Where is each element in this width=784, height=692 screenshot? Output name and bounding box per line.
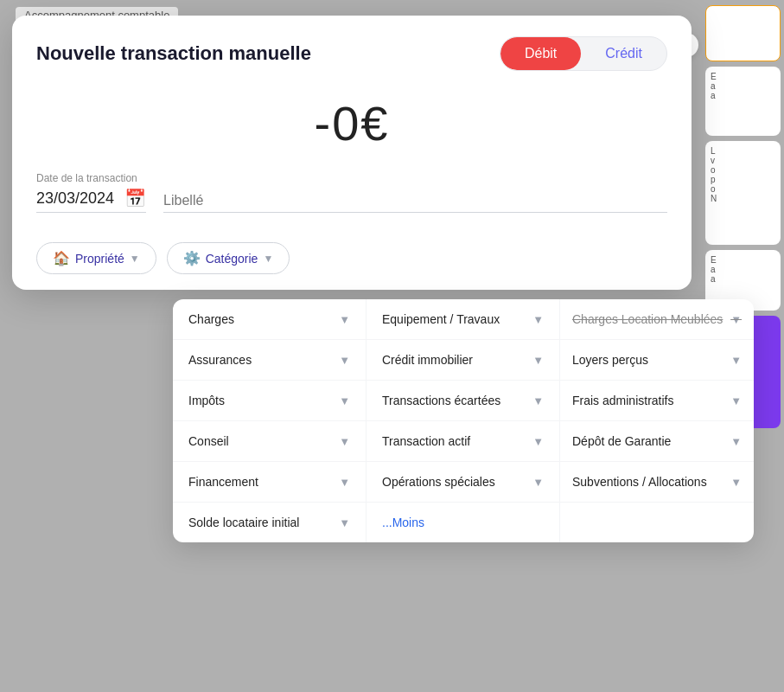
cat-col-3: Charges Location Meublées ▼ Loyers perçu…: [560, 299, 754, 542]
credit-button[interactable]: Crédit: [581, 37, 666, 70]
list-item[interactable]: Solde locataire initial ▼: [173, 503, 366, 542]
categorie-filter-button[interactable]: ⚙️ Catégorie ▼: [167, 242, 290, 274]
right-card-2: Eaa: [705, 67, 781, 136]
chevron-icon: ▼: [339, 435, 350, 448]
list-item[interactable]: Loyers perçus ▼: [560, 340, 754, 381]
list-item[interactable]: Subventions / Allocations ▼: [560, 462, 754, 503]
filter-row: 🏠 Propriété ▼ ⚙️ Catégorie ▼: [12, 230, 692, 290]
right-card-3: LvopoN: [705, 141, 781, 245]
chevron-icon: ▼: [532, 435, 544, 448]
categorie-label: Catégorie: [206, 252, 258, 266]
cat-grid: Charges ▼ Assurances ▼ Impôts ▼ Conseil …: [173, 299, 754, 542]
chevron-icon: ▼: [339, 516, 350, 529]
category-icon: ⚙️: [183, 250, 201, 266]
libelle-input[interactable]: [163, 189, 667, 213]
libelle-field: [163, 189, 667, 213]
chevron-icon: ▼: [730, 354, 742, 367]
chevron-icon: ▼: [339, 313, 350, 326]
modal-title: Nouvelle transaction manuelle: [36, 42, 311, 65]
list-item[interactable]: Conseil ▼: [173, 421, 366, 462]
chevron-icon: ▼: [730, 313, 742, 326]
chevron-icon: ▼: [532, 354, 544, 367]
list-item[interactable]: Equipement / Travaux ▼: [367, 299, 559, 340]
chevron-icon: ▼: [339, 354, 350, 367]
modal: Nouvelle transaction manuelle Débit Créd…: [12, 16, 692, 290]
list-item[interactable]: Transaction actif ▼: [367, 421, 559, 462]
debit-button[interactable]: Débit: [500, 37, 581, 70]
chevron-icon: ▼: [532, 313, 544, 326]
list-item[interactable]: Impôts ▼: [173, 381, 366, 421]
list-item[interactable]: Financement ▼: [173, 462, 366, 503]
list-item[interactable]: Transactions écartées ▼: [367, 381, 559, 421]
chevron-down-icon-2: ▼: [263, 253, 273, 265]
list-item[interactable]: Assurances ▼: [173, 340, 366, 381]
chevron-icon: ▼: [532, 476, 544, 489]
list-item[interactable]: ...Moins: [367, 503, 559, 542]
chevron-down-icon: ▼: [130, 253, 140, 265]
right-card-1: [705, 5, 781, 61]
propriete-filter-button[interactable]: 🏠 Propriété ▼: [36, 242, 156, 274]
chevron-icon: ▼: [730, 476, 742, 489]
chevron-icon: ▼: [730, 435, 742, 448]
cat-col-1: Charges ▼ Assurances ▼ Impôts ▼ Conseil …: [173, 299, 367, 542]
list-item[interactable]: Charges ▼: [173, 299, 366, 340]
cat-col-2: Equipement / Travaux ▼ Crédit immobilier…: [367, 299, 560, 542]
modal-header: Nouvelle transaction manuelle Débit Créd…: [12, 16, 692, 78]
date-field: Date de la transaction 23/03/2024 📅: [36, 172, 146, 213]
chevron-icon: ▼: [730, 394, 742, 407]
list-item[interactable]: Opérations spéciales ▼: [367, 462, 559, 503]
propriete-label: Propriété: [75, 252, 124, 266]
debit-credit-toggle: Débit Crédit: [500, 36, 667, 71]
list-item: [560, 503, 754, 529]
list-item[interactable]: Dépôt de Garantie ▼: [560, 421, 754, 462]
form-row: Date de la transaction 23/03/2024 📅: [12, 172, 692, 230]
date-label: Date de la transaction: [36, 172, 146, 184]
list-item[interactable]: Frais administratifs ▼: [560, 381, 754, 421]
calendar-icon[interactable]: 📅: [124, 188, 146, 208]
list-item[interactable]: Crédit immobilier ▼: [367, 340, 559, 381]
date-value: 23/03/2024: [36, 189, 114, 208]
date-input-wrapper: 23/03/2024 📅: [36, 188, 146, 213]
category-dropdown: Charges ▼ Assurances ▼ Impôts ▼ Conseil …: [173, 299, 754, 542]
chevron-icon: ▼: [339, 394, 350, 407]
chevron-icon: ▼: [339, 476, 350, 489]
list-item[interactable]: Charges Location Meublées ▼: [560, 299, 754, 340]
amount-display: -0€: [12, 78, 692, 172]
home-icon: 🏠: [53, 250, 70, 266]
chevron-icon: ▼: [532, 394, 544, 407]
